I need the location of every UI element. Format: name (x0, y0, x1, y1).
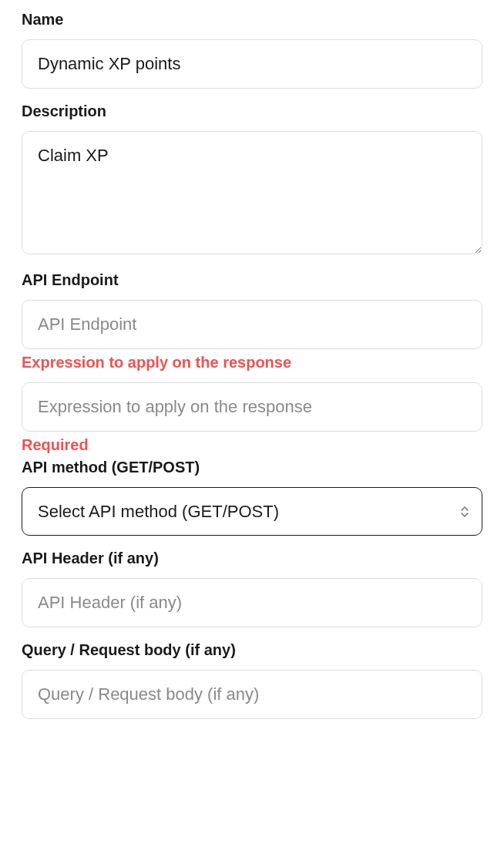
api-method-select-wrapper: Select API method (GET/POST) GET POST (22, 487, 482, 536)
expression-field-group: Expression to apply on the response (22, 354, 482, 432)
name-label: Name (22, 11, 482, 29)
description-textarea[interactable]: Claim XP (22, 131, 482, 254)
query-body-input[interactable] (22, 670, 482, 719)
api-endpoint-field-group: API Endpoint (22, 271, 482, 349)
expression-label: Expression to apply on the response (22, 354, 482, 372)
api-header-input[interactable] (22, 578, 482, 627)
api-header-field-group: API Header (if any) (22, 550, 482, 627)
description-label: Description (22, 103, 482, 120)
query-body-label: Query / Request body (if any) (22, 641, 482, 659)
description-field-group: Description Claim XP (22, 103, 482, 257)
api-method-field-group: Required API method (GET/POST) Select AP… (22, 436, 482, 536)
api-header-label: API Header (if any) (22, 550, 482, 567)
api-endpoint-input[interactable] (22, 300, 482, 349)
required-label: Required (22, 436, 482, 454)
query-body-field-group: Query / Request body (if any) (22, 641, 482, 719)
api-method-select[interactable]: Select API method (GET/POST) GET POST (22, 487, 482, 536)
api-method-label: API method (GET/POST) (22, 459, 482, 476)
name-input[interactable] (22, 39, 482, 89)
expression-input[interactable] (22, 382, 482, 432)
api-endpoint-label: API Endpoint (22, 271, 482, 289)
name-field-group: Name (22, 11, 482, 89)
